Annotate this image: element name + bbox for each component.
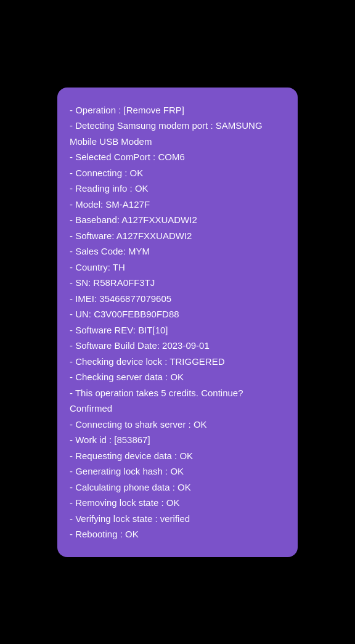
log-line: - Requesting device data : OK bbox=[70, 448, 285, 464]
log-line: - Connecting : OK bbox=[70, 165, 285, 181]
log-line: - Verifying lock state : verified bbox=[70, 511, 285, 527]
log-line: - Work id : [853867] bbox=[70, 432, 285, 448]
log-line: - Software REV: BIT[10] bbox=[70, 322, 285, 338]
log-line: - Sales Code: MYM bbox=[70, 243, 285, 259]
log-line: - IMEI: 35466877079605 bbox=[70, 291, 285, 307]
log-line: - Checking device lock : TRIGGERED bbox=[70, 354, 285, 370]
log-line: - Rebooting : OK bbox=[70, 526, 285, 542]
log-line: - Checking server data : OK bbox=[70, 369, 285, 385]
log-line: - Generating lock hash : OK bbox=[70, 463, 285, 479]
log-line: - Reading info : OK bbox=[70, 181, 285, 197]
log-line: - SN: R58RA0FF3TJ bbox=[70, 275, 285, 291]
log-panel: - Operation : [Remove FRP]- Detecting Sa… bbox=[57, 88, 298, 557]
log-line: - Country: TH bbox=[70, 259, 285, 275]
log-line: - Baseband: A127FXXUADWI2 bbox=[70, 212, 285, 228]
log-line: - UN: C3V00FEBB90FD88 bbox=[70, 306, 285, 322]
log-line: - Operation : [Remove FRP] bbox=[70, 102, 285, 118]
log-line: - Removing lock state : OK bbox=[70, 495, 285, 511]
log-line: - Model: SM-A127F bbox=[70, 197, 285, 213]
log-line: - Software: A127FXXUADWI2 bbox=[70, 228, 285, 244]
log-line: - Connecting to shark server : OK bbox=[70, 417, 285, 433]
log-line: - Calculating phone data : OK bbox=[70, 479, 285, 495]
log-line: - Selected ComPort : COM6 bbox=[70, 149, 285, 165]
log-line: - Software Build Date: 2023-09-01 bbox=[70, 338, 285, 354]
log-line: - Detecting Samsung modem port : SAMSUNG… bbox=[70, 118, 285, 149]
log-line: - This operation takes 5 credits. Contin… bbox=[70, 385, 285, 417]
